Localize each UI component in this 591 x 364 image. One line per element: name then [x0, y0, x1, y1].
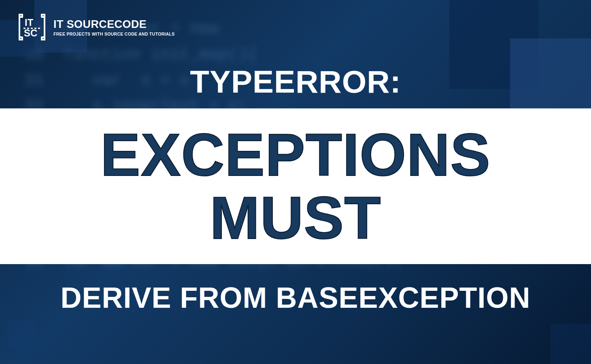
- title-line-2: DERIVE FROM BASEEXCEPTION: [0, 281, 591, 314]
- title-band: EXCEPTIONS MUST: [0, 108, 591, 264]
- site-logo: IT SC IT SOURCECODE FREE PROJECTS WITH S…: [16, 11, 175, 43]
- brand-name: IT SOURCECODE: [53, 18, 175, 31]
- svg-text:SC: SC: [24, 28, 37, 38]
- svg-text:IT: IT: [25, 17, 34, 28]
- logo-text: IT SOURCECODE FREE PROJECTS WITH SOURCE …: [53, 18, 175, 36]
- title-line-1: TYPEERROR:: [0, 63, 591, 100]
- decor-square: [8, 320, 36, 348]
- title-band-line-2: MUST: [210, 186, 381, 249]
- logo-icon: IT SC: [16, 11, 48, 43]
- title-band-line-1: EXCEPTIONS: [100, 123, 491, 186]
- brand-tagline: FREE PROJECTS WITH SOURCE CODE AND TUTOR…: [53, 32, 175, 36]
- decor-square: [551, 324, 591, 364]
